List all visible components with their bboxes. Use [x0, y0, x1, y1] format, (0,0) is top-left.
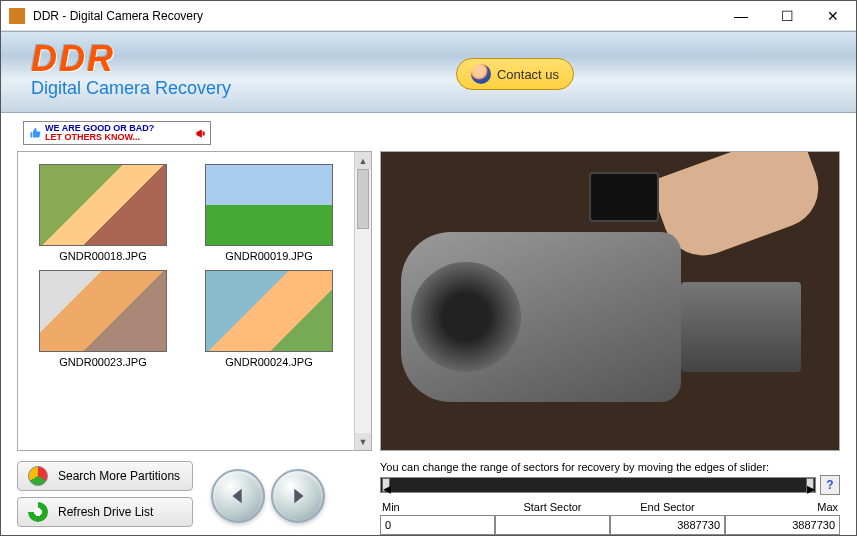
- preview-camcorder: [401, 232, 681, 402]
- slider-instruction: You can change the range of sectors for …: [380, 461, 840, 473]
- thumbnail-filename: GNDR00023.JPG: [26, 356, 180, 368]
- next-button[interactable]: [271, 469, 325, 523]
- thumbnail-image: [205, 164, 333, 246]
- search-partitions-label: Search More Partitions: [58, 469, 180, 483]
- app-subtitle: Digital Camera Recovery: [31, 78, 856, 99]
- sector-range-slider[interactable]: ◂ ▸: [380, 477, 816, 493]
- thumbnail-item[interactable]: GNDR00019.JPG: [192, 164, 346, 262]
- thumbs-up-icon: [28, 126, 42, 140]
- search-partitions-button[interactable]: Search More Partitions: [17, 461, 193, 491]
- previous-button[interactable]: [211, 469, 265, 523]
- partition-icon: [28, 466, 48, 486]
- content-area: WE ARE GOOD OR BAD? LET OTHERS KNOW... G…: [1, 113, 856, 536]
- preview-sd-card: [589, 172, 659, 222]
- start-sector-input[interactable]: [495, 515, 610, 535]
- refresh-drives-label: Refresh Drive List: [58, 505, 153, 519]
- thumbnail-scrollbar[interactable]: ▲ ▼: [354, 152, 371, 450]
- scroll-up-button[interactable]: ▲: [355, 152, 371, 169]
- preview-panel: [380, 151, 840, 451]
- thumbnail-image: [39, 164, 167, 246]
- thumbnail-item[interactable]: GNDR00018.JPG: [26, 164, 180, 262]
- header-banner: DDR Digital Camera Recovery Contact us: [1, 31, 856, 113]
- refresh-drives-button[interactable]: Refresh Drive List: [17, 497, 193, 527]
- help-button[interactable]: ?: [820, 475, 840, 495]
- thumbnail-item[interactable]: GNDR00024.JPG: [192, 270, 346, 368]
- thumbnail-filename: GNDR00018.JPG: [26, 250, 180, 262]
- titlebar: DDR - Digital Camera Recovery — ☐ ✕: [1, 1, 856, 31]
- feedback-banner[interactable]: WE ARE GOOD OR BAD? LET OTHERS KNOW...: [23, 121, 211, 145]
- arrow-left-icon: [227, 485, 249, 507]
- end-sector-label: End Sector: [610, 501, 725, 513]
- end-sector-input[interactable]: [610, 515, 725, 535]
- thumbnail-image: [205, 270, 333, 352]
- slider-handle-right[interactable]: ▸: [806, 478, 814, 492]
- min-label: Min: [380, 501, 495, 513]
- minimize-button[interactable]: —: [718, 1, 764, 31]
- scroll-down-button[interactable]: ▼: [355, 433, 371, 450]
- thumbnail-filename: GNDR00024.JPG: [192, 356, 346, 368]
- thumbnail-panel: GNDR00018.JPG GNDR00019.JPG GNDR00023.JP…: [17, 151, 372, 451]
- maximize-button[interactable]: ☐: [764, 1, 810, 31]
- start-sector-label: Start Sector: [495, 501, 610, 513]
- preview-lens: [411, 262, 521, 372]
- thumbnail-image: [39, 270, 167, 352]
- refresh-icon: [28, 502, 48, 522]
- megaphone-icon: [194, 127, 206, 139]
- logo-text: DDR: [31, 38, 856, 80]
- contact-avatar-icon: [471, 64, 491, 84]
- window-title: DDR - Digital Camera Recovery: [33, 9, 718, 23]
- max-sector-input[interactable]: [725, 515, 840, 535]
- feedback-line2: LET OTHERS KNOW...: [45, 133, 191, 142]
- slider-handle-left[interactable]: ◂: [382, 478, 390, 492]
- min-sector-input[interactable]: [380, 515, 495, 535]
- contact-label: Contact us: [497, 67, 559, 82]
- app-icon: [9, 8, 25, 24]
- scroll-thumb[interactable]: [357, 169, 369, 229]
- contact-us-button[interactable]: Contact us: [456, 58, 574, 90]
- close-button[interactable]: ✕: [810, 1, 856, 31]
- max-label: Max: [725, 501, 840, 513]
- thumbnail-item[interactable]: GNDR00023.JPG: [26, 270, 180, 368]
- arrow-right-icon: [287, 485, 309, 507]
- thumbnail-filename: GNDR00019.JPG: [192, 250, 346, 262]
